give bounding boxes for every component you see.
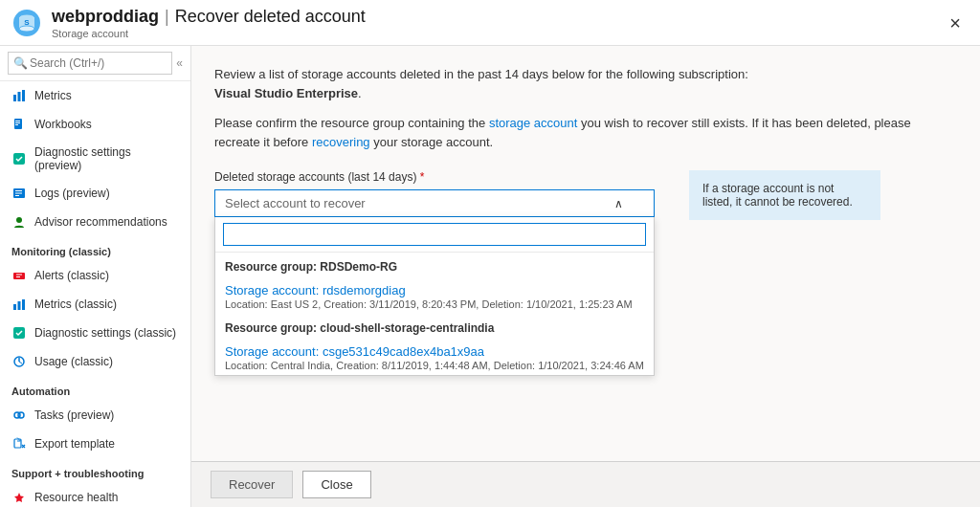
book-icon — [11, 117, 27, 132]
header-app-name: webproddiag | Recover deleted account — [52, 7, 366, 27]
sidebar: 🔍 « Metrics Workbooks — [0, 46, 191, 507]
info-box-text: If a storage account is not listed, it c… — [702, 182, 853, 209]
sidebar-label-metrics: Metrics — [34, 89, 72, 102]
bar-chart-icon — [11, 88, 27, 103]
sidebar-item-diagnostic-classic[interactable]: Diagnostic settings (classic) — [0, 319, 190, 347]
sidebar-label-resource-health: Resource health — [34, 491, 118, 504]
dropdown-search — [215, 217, 654, 253]
search-container: 🔍 « — [0, 46, 190, 81]
alert-classic-icon — [11, 268, 27, 283]
header-wrapper: webproddiag | Recover deleted account St… — [52, 7, 366, 39]
usage-classic-icon — [11, 354, 27, 369]
dropdown-panel: Resource group: RDSDemo-RG Storage accou… — [214, 217, 655, 376]
svg-rect-18 — [13, 273, 25, 279]
confirm-text: Please confirm the resource group contai… — [214, 114, 957, 151]
sidebar-item-metrics[interactable]: Metrics — [0, 81, 190, 110]
sidebar-item-diagnostic[interactable]: Diagnostic settings (preview) — [0, 139, 190, 179]
content-area: Review a list of storage accounts delete… — [191, 46, 980, 507]
svg-rect-8 — [14, 119, 22, 129]
sidebar-item-advisor[interactable]: Advisor recommendations — [0, 208, 190, 236]
svg-rect-10 — [15, 122, 20, 123]
svg-rect-5 — [13, 95, 16, 101]
page-title: Recover deleted account — [175, 7, 366, 27]
svg-rect-14 — [15, 190, 22, 191]
sidebar-label-workbooks: Workbooks — [34, 118, 92, 131]
sidebar-item-export[interactable]: Export template — [0, 430, 190, 458]
main-area: 🔍 « Metrics Workbooks — [0, 46, 980, 507]
close-footer-button[interactable]: Close — [302, 471, 370, 498]
svg-rect-16 — [15, 195, 19, 196]
dropdown-search-input[interactable] — [223, 223, 646, 246]
metrics-classic-icon — [11, 297, 27, 312]
health-icon — [11, 490, 27, 505]
sidebar-label-usage-classic: Usage (classic) — [34, 355, 113, 368]
dropdown-item-1[interactable]: Storage account: rdsdemorgdiag Location:… — [215, 277, 654, 314]
sidebar-item-workbooks[interactable]: Workbooks — [0, 110, 190, 139]
svg-rect-15 — [15, 193, 22, 194]
dropdown-group-2-label: Resource group: cloud-shell-storage-cent… — [215, 314, 654, 339]
dropdown-placeholder: Select account to recover — [225, 196, 366, 210]
content-inner: Review a list of storage accounts delete… — [191, 46, 980, 461]
info-box: If a storage account is not listed, it c… — [689, 170, 880, 220]
collapse-button[interactable]: « — [176, 56, 183, 70]
required-marker: * — [420, 170, 425, 184]
sidebar-item-metrics-classic[interactable]: Metrics (classic) — [0, 290, 190, 319]
svg-rect-11 — [15, 124, 18, 125]
storage-account-icon: S — [11, 8, 42, 38]
confirm-text-3: your storage account. — [370, 135, 494, 149]
svg-rect-9 — [15, 121, 20, 121]
sidebar-item-logs[interactable]: Logs (preview) — [0, 179, 190, 208]
export-icon — [11, 436, 27, 452]
recovering-link[interactable]: recovering — [312, 135, 370, 149]
subscription-name: Visual Studio Enterprise — [214, 86, 358, 100]
header-subtitle: Storage account — [52, 28, 128, 39]
svg-point-17 — [16, 217, 22, 223]
dropdown-item-1-name: Storage account: rdsdemorgdiag — [225, 283, 644, 298]
svg-rect-19 — [13, 304, 16, 310]
sidebar-label-tasks: Tasks (preview) — [34, 408, 114, 422]
field-container: Deleted storage accounts (last 14 days) … — [214, 170, 655, 217]
svg-rect-6 — [18, 92, 21, 101]
sidebar-item-usage-classic[interactable]: Usage (classic) — [0, 347, 190, 376]
dropdown-item-1-detail: Location: East US 2, Creation: 3/11/2019… — [225, 298, 644, 310]
diagnostic-icon — [11, 151, 27, 166]
close-button[interactable]: × — [942, 10, 969, 36]
sidebar-label-advisor: Advisor recommendations — [34, 215, 167, 229]
app-container: S webproddiag | Recover deleted account … — [0, 0, 980, 507]
title-separator: | — [165, 7, 169, 27]
recover-button[interactable]: Recover — [211, 471, 293, 498]
svg-rect-7 — [22, 90, 25, 101]
search-icon: 🔍 — [13, 56, 28, 70]
sidebar-item-alerts-classic[interactable]: Alerts (classic) — [0, 261, 190, 290]
sidebar-label-export: Export template — [34, 437, 115, 451]
sidebar-label-metrics-classic: Metrics (classic) — [34, 298, 117, 311]
description-prefix: Review a list of storage accounts delete… — [214, 67, 748, 81]
sidebar-label-alerts-classic: Alerts (classic) — [34, 269, 109, 282]
chevron-up-icon: ∧ — [614, 197, 623, 210]
header: S webproddiag | Recover deleted account … — [0, 0, 980, 46]
sidebar-section-support: Support + troubleshooting — [0, 458, 190, 483]
dropdown-select[interactable]: Select account to recover ∧ — [214, 189, 655, 217]
sidebar-nav: Metrics Workbooks Diagnostic settings (p… — [0, 81, 190, 507]
sidebar-section-automation: Automation — [0, 376, 190, 401]
sidebar-item-resource-health[interactable]: Resource health — [0, 483, 190, 507]
dropdown-item-2[interactable]: Storage account: csge531c49cad8ex4ba1x9a… — [215, 339, 654, 375]
dropdown-item-2-name: Storage account: csge531c49cad8ex4ba1x9a… — [225, 344, 644, 359]
dropdown-container: Select account to recover ∧ Resource gro… — [214, 189, 655, 217]
storage-account-link[interactable]: storage account — [489, 116, 578, 130]
svg-text:S: S — [24, 18, 30, 27]
sidebar-label-logs: Logs (preview) — [34, 187, 110, 200]
sidebar-item-tasks[interactable]: Tasks (preview) — [0, 401, 190, 430]
field-label-text: Deleted storage accounts (last 14 days) — [214, 170, 416, 184]
dropdown-group-1-label: Resource group: RDSDemo-RG — [215, 253, 654, 277]
field-label: Deleted storage accounts (last 14 days) … — [214, 170, 655, 184]
app-name: webproddiag — [52, 7, 159, 27]
svg-rect-21 — [22, 299, 25, 310]
svg-rect-20 — [18, 301, 21, 310]
footer: Recover Close — [191, 461, 980, 507]
description-text: Review a list of storage accounts delete… — [214, 65, 957, 102]
logs-icon — [11, 186, 27, 201]
diagnostic-classic-icon — [11, 325, 27, 341]
search-input[interactable] — [8, 52, 172, 75]
sidebar-section-monitoring: Monitoring (classic) — [0, 236, 190, 261]
